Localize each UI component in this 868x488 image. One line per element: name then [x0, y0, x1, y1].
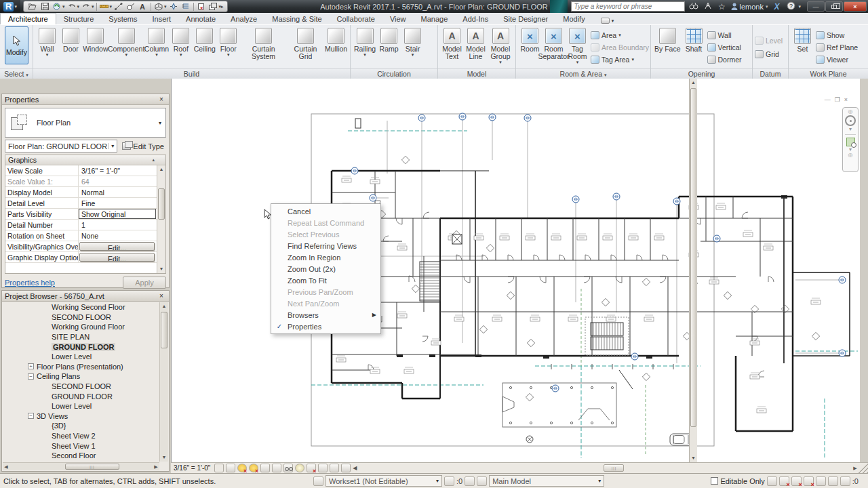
worksharing-display-icon[interactable] [307, 464, 316, 472]
measure-caret-icon[interactable]: ▾ [110, 4, 113, 9]
minimize-button[interactable]: — [807, 1, 825, 12]
shadows-icon[interactable] [249, 464, 258, 472]
shaft-button[interactable]: Shaft [682, 26, 706, 68]
ribbon-button[interactable]: Curtain System ▾ [240, 26, 287, 68]
filter-icon[interactable] [840, 476, 850, 486]
ribbon-button[interactable]: Window ▾ [83, 26, 108, 68]
property-value[interactable]: 1 [79, 220, 156, 230]
ribbon-tab[interactable]: Add-Ins [455, 14, 496, 24]
ribbon-button[interactable]: Curtain Grid ▾ [287, 26, 324, 68]
property-value[interactable]: Normal [79, 187, 156, 197]
work-plane-panel-caption[interactable]: Work Plane [789, 68, 868, 79]
viewer-button[interactable]: Viewer [816, 54, 858, 65]
project-browser-header[interactable]: Project Browser - 56750_A.rvt × [2, 291, 169, 302]
select-panel-caption[interactable]: Select ▾ [0, 68, 33, 79]
scroll-up-icon[interactable]: ▲ [157, 165, 165, 174]
property-row[interactable]: Scale Value 1: 64 [5, 176, 165, 187]
context-menu-item[interactable]: Properties ▶ [271, 321, 380, 332]
sync-with-central-button[interactable] [52, 2, 62, 12]
tree-item-label[interactable]: Working Ground Floor [52, 323, 125, 331]
scroll-up-icon[interactable]: ▲ [160, 302, 168, 310]
tree-item-label[interactable]: Lower Level [52, 352, 92, 361]
temporary-view-properties-icon[interactable] [318, 464, 328, 472]
tag-button[interactable] [125, 2, 136, 12]
steering-wheel-icon[interactable] [845, 115, 856, 126]
by-face-button[interactable]: By Face [653, 26, 682, 68]
tree-item-label[interactable]: Lower Level [52, 402, 92, 410]
search-binoculars-icon[interactable] [688, 2, 699, 12]
tree-item[interactable]: Working Ground Floor [3, 322, 168, 332]
text-button[interactable]: A [138, 2, 149, 12]
tree-item[interactable]: Working Second Floor [3, 302, 168, 312]
ribbon-tab[interactable]: Modify [555, 14, 592, 24]
select-links-icon[interactable] [767, 476, 777, 486]
canvas-vscrollbar[interactable]: ▲ ▼ [689, 79, 697, 462]
ribbon-button[interactable]: Stair ▾ [401, 26, 425, 68]
ribbon-tab[interactable]: Annotate [178, 14, 223, 24]
workset-dropdown[interactable]: Workset1 (Not Editable) ▾ [326, 475, 442, 487]
design-option-dropdown[interactable]: Main Model ▾ [489, 475, 604, 487]
tree-item[interactable]: SECOND FLOOR [3, 382, 168, 392]
browser-vscrollbar[interactable]: ▲ ▼ [159, 302, 168, 462]
scroll-left-icon[interactable]: ◀ [3, 463, 9, 471]
area-button[interactable]: Area▾ [591, 29, 649, 41]
measure-button[interactable] [99, 2, 110, 12]
tree-item[interactable]: Sheet View 2 [3, 431, 168, 441]
section-button[interactable] [168, 2, 179, 12]
property-row[interactable]: Graphic Display Options Edit... [5, 252, 165, 263]
editable-dimensions-icon[interactable] [444, 476, 454, 486]
properties-header[interactable]: Properties × [2, 94, 169, 105]
tree-item-label[interactable]: Second Floor [52, 451, 96, 460]
signin-user[interactable]: lemonk ▾ [731, 3, 768, 11]
sun-path-icon[interactable] [237, 464, 247, 472]
ribbon-button[interactable]: Mullion ▾ [324, 26, 348, 68]
application-menu-button[interactable]: R ▾ [0, 0, 20, 13]
temporary-hide-isolate-icon[interactable] [283, 464, 293, 472]
visual-style-icon[interactable] [226, 464, 235, 472]
tree-item-label[interactable]: Floor Plans (Presentation) [37, 363, 123, 371]
ribbon-button[interactable]: Ramp ▾ [377, 26, 401, 68]
customize-qat-caret-icon[interactable]: ▸ [221, 4, 224, 9]
ribbon-tab[interactable]: View [382, 14, 414, 24]
instance-selector[interactable]: Floor Plan: GROUND FLOOR ▾ [5, 140, 117, 152]
tree-item[interactable]: GROUND FLOOR [3, 342, 168, 352]
tree-item[interactable]: Second Floor [3, 451, 168, 461]
undo-caret-icon[interactable]: ▾ [77, 4, 80, 9]
tag-area-button[interactable]: Tag Area▾ [591, 54, 649, 65]
property-row[interactable]: Display Model Normal [5, 187, 165, 198]
zoom-tool-icon[interactable] [846, 138, 855, 146]
ribbon-tab[interactable]: Systems [101, 14, 144, 24]
property-row[interactable]: Detail Level Fine [5, 198, 165, 209]
worksets-icon[interactable] [313, 476, 323, 486]
ribbon-button[interactable]: A Model Text ▾ [440, 26, 464, 68]
design-options-icon[interactable] [465, 476, 475, 486]
exchange-apps-icon[interactable] [703, 2, 713, 12]
search-box[interactable] [571, 1, 685, 12]
tree-item-label[interactable]: {3D} [52, 422, 66, 430]
context-menu-item[interactable]: Previous Pan/Zoom ▶ [271, 286, 380, 298]
ribbon-button[interactable]: Roof ▾ [169, 26, 193, 68]
tree-item-label[interactable]: GROUND FLOOR [52, 392, 113, 401]
search-input[interactable] [572, 3, 684, 10]
scroll-down-icon[interactable]: ▼ [157, 265, 165, 273]
graphics-section-header[interactable]: Graphics ▴ [5, 155, 165, 165]
resize-grip[interactable] [859, 463, 868, 474]
tree-item-label[interactable]: Sheet View 1 [52, 442, 96, 450]
ribbon-button[interactable]: A Model Group ▾ [488, 26, 513, 68]
project-browser-close-icon[interactable]: × [157, 292, 166, 300]
selection-gear-icon[interactable] [828, 476, 838, 486]
context-menu-item[interactable]: Repeat Last Command ▶ [271, 217, 380, 228]
area-boundary-button[interactable]: Area Boundary [591, 41, 649, 53]
tree-item[interactable]: − Ceiling Plans [3, 371, 168, 382]
grid-button[interactable]: Grid [755, 48, 786, 60]
browser-hscrollbar[interactable]: ◀ ||| ▶ [3, 462, 159, 470]
context-menu-item[interactable]: Zoom To Fit ▶ [271, 274, 380, 286]
tree-item[interactable]: Lower Level [3, 352, 168, 362]
tree-item-label[interactable]: 3D Views [37, 412, 68, 420]
canvas-hscrollbar[interactable]: ||| ▶ [359, 463, 859, 474]
context-menu-item[interactable]: Zoom Out (2x) ▶ [271, 263, 380, 274]
ribbon-tab[interactable]: Architecture [0, 13, 56, 24]
switch-windows-button[interactable] [208, 2, 219, 12]
drawing-area[interactable]: — ❐ × ◎ ▾ ▾ ◎ Cancel ▶ [171, 79, 860, 462]
property-value[interactable]: Show Original [79, 209, 156, 219]
